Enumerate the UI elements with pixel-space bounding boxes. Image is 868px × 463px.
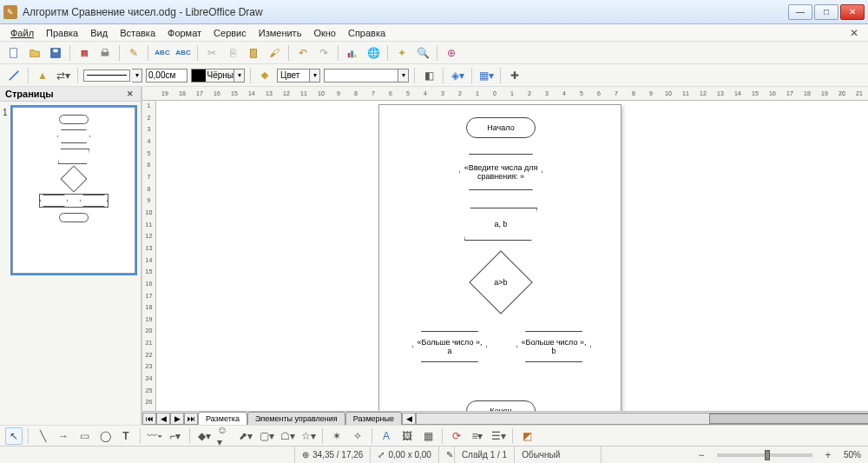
print-button[interactable] [96,44,114,62]
align-tool[interactable]: ≡▾ [469,427,486,445]
flowchart-terminator-end[interactable]: Конец [466,400,536,411]
flowchart-preparation-prompt[interactable]: «Введите числа для сравнения: » [459,154,542,190]
menu-help[interactable]: Справка [343,26,391,40]
glue-points-tool[interactable]: ✧ [349,427,366,445]
menu-insert[interactable]: Вставка [115,26,161,40]
flowchart-decision[interactable]: a>b [478,260,523,305]
format-paint-button[interactable]: 🖌 [266,44,283,62]
open-button[interactable] [26,44,43,62]
menu-edit[interactable]: Правка [41,26,83,40]
shadow-button[interactable]: ◧ [420,67,437,84]
close-button[interactable]: ✕ [840,4,865,20]
curve-tool[interactable]: 〰▾ [146,427,163,445]
h-scroll-thumb[interactable] [709,413,868,424]
zoom-out-button[interactable]: − [693,446,710,464]
rotate-tool[interactable]: ⟳ [448,427,465,445]
line-width-input[interactable]: 0,00см [146,69,187,83]
window-title: Алгоритм Сравнение чисел.odg - LibreOffi… [23,6,788,18]
fill-props-button[interactable] [256,67,273,84]
menu-tools[interactable]: Сервис [208,26,252,40]
from-file-tool[interactable]: 🖼 [398,427,416,445]
hyperlink-button[interactable]: 🌐 [365,44,382,62]
cut-button[interactable]: ✂ [203,44,220,62]
tab-last-button[interactable]: ⏭ [184,413,198,425]
star-shapes-tool[interactable]: ☆▾ [299,427,317,445]
scroll-left-button[interactable]: ◀ [402,413,416,425]
chart-button[interactable] [344,44,361,62]
pages-panel-close-button[interactable]: ✕ [125,89,135,99]
callout-shapes-tool[interactable]: ☖▾ [279,427,296,445]
paste-button[interactable] [245,44,262,62]
save-button[interactable] [47,44,64,62]
page-thumbnail-1[interactable]: 1 [12,107,135,274]
connector-tool[interactable]: ⌐▾ [167,427,184,445]
menu-format[interactable]: Формат [162,26,207,40]
text-tool[interactable]: T [117,427,135,445]
undo-button[interactable]: ↶ [294,44,312,62]
fill-color-combo[interactable]: ▾ [324,69,409,83]
menu-window[interactable]: Окно [308,26,341,40]
arrow-style-button[interactable]: ▲ [34,67,51,84]
basic-shapes-tool[interactable]: ◆▾ [195,427,213,445]
tab-controls[interactable]: Элементы управления [247,412,345,426]
redo-button[interactable]: ↷ [315,44,332,62]
block-arrows-tool[interactable]: ⬈▾ [237,427,254,445]
gallery-tool[interactable]: ▦ [419,427,437,445]
fill-style-combo[interactable]: Цвет▾ [277,69,320,83]
flowchart-input[interactable]: a, b [464,208,537,241]
line-style-dd[interactable]: ⇄▾ [55,67,72,84]
arrow-tool[interactable]: → [55,427,72,445]
flowchart-output-b[interactable]: «Больше число », b [516,331,591,362]
rectangle-tool[interactable]: ▭ [76,427,93,445]
edit-button[interactable]: ✎ [125,44,142,62]
fontwork-tool[interactable]: A [378,427,395,445]
h-scroll-track[interactable] [416,413,868,425]
pages-panel-title: Страницы ✕ [0,87,141,102]
tab-prev-button[interactable]: ◀ [156,413,170,425]
flowchart-terminator-start[interactable]: Начало [466,117,536,138]
line-style-preview[interactable]: ▾ [83,69,142,83]
line-tool[interactable]: ╲ [34,427,51,445]
flowchart-shapes-tool[interactable]: ▢▾ [258,427,275,445]
navigator-button[interactable]: ✦ [393,44,411,62]
select-tool[interactable]: ↖ [5,427,23,445]
new-doc-button[interactable] [5,44,23,62]
styles-button[interactable]: ◈▾ [449,67,466,84]
gluepoint-button[interactable]: ✚ [506,67,523,84]
status-zoom[interactable]: 50% [837,446,868,463]
grid-snap-button[interactable]: ▦▾ [477,67,495,84]
menu-modify[interactable]: Изменить [253,26,307,40]
page[interactable]: Начало «Введите числа для сравнения: » a… [378,104,621,411]
flowchart-output-a[interactable]: «Больше число », a [412,331,487,362]
status-size: ⤢ 0,00 x 0,00 [371,446,438,463]
extrusion-tool[interactable]: ◩ [518,427,536,445]
line-props-button[interactable] [5,67,23,84]
drawing-canvas[interactable]: Начало «Введите числа для сравнения: » a… [156,101,868,411]
tab-first-button[interactable]: ⏮ [142,413,156,425]
canvas-area: 1918171615141312111098765432101234567891… [141,87,868,425]
copy-button[interactable]: ⎘ [224,44,241,62]
menu-view[interactable]: Вид [85,26,113,40]
zoom-in-button[interactable]: + [819,446,837,464]
svg-rect-4 [102,49,107,52]
tab-next-button[interactable]: ▶ [170,413,184,425]
zoom-button[interactable]: 🔍 [414,44,431,62]
svg-rect-6 [348,53,351,57]
ruler-horizontal[interactable]: 1918171615141312111098765432101234567891… [142,87,868,101]
autospell-button[interactable]: ABC [174,44,192,62]
tab-dimlines[interactable]: Размерные [345,412,402,426]
ellipse-tool[interactable]: ◯ [96,427,114,445]
ruler-vertical[interactable]: 1234567891011121314151617181920212223242… [142,101,156,411]
menu-close-doc-button[interactable]: ✕ [845,24,863,42]
minimize-button[interactable]: — [788,4,812,20]
export-pdf-button[interactable]: ▤ [76,44,93,62]
help-button[interactable]: ⊕ [443,44,460,62]
zoom-slider[interactable] [717,453,812,457]
spellcheck-button[interactable]: ABC [154,44,171,62]
symbol-shapes-tool[interactable]: ☺▾ [216,427,233,445]
arrange-tool[interactable]: ☰▾ [490,427,507,445]
maximize-button[interactable]: □ [814,4,838,20]
line-color-combo[interactable]: Чёрны▾ [191,69,245,83]
menu-file[interactable]: Файл [5,26,39,40]
points-edit-tool[interactable]: ✶ [328,427,345,445]
